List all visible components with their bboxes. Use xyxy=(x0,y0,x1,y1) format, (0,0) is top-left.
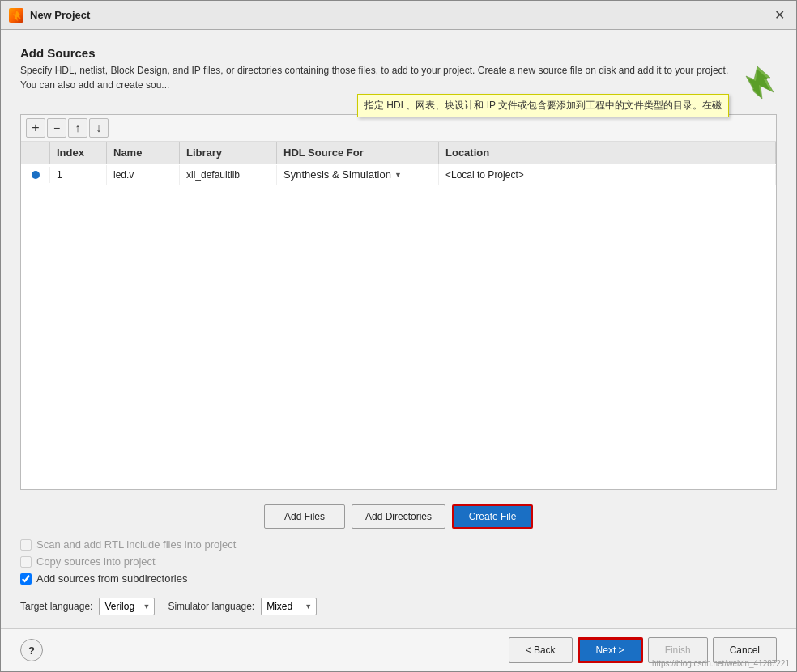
title-bar: New Project ✕ xyxy=(1,1,796,30)
main-window: New Project ✕ Add Sources Specify HDL, n… xyxy=(0,0,797,672)
remove-source-button[interactable]: − xyxy=(47,118,66,138)
col-header-location: Location xyxy=(439,142,776,164)
simulator-language-group: Simulator language: Mixed Verilog VHDL xyxy=(168,598,317,615)
target-language-select-wrapper: Verilog VHDL xyxy=(99,598,155,615)
col-header-index: Index xyxy=(50,142,107,164)
create-file-button[interactable]: Create File xyxy=(452,504,533,529)
svg-marker-0 xyxy=(12,10,21,21)
copy-sources-label: Copy sources into project xyxy=(36,555,156,568)
move-up-button[interactable]: ↑ xyxy=(68,118,87,138)
help-button[interactable]: ? xyxy=(20,639,43,661)
col-header-library: Library xyxy=(180,142,277,164)
add-subdirs-label: Add sources from subdirectories xyxy=(36,572,187,585)
watermark: https://blog.csdn.net/weixin_41287221 xyxy=(652,659,790,668)
scan-rtl-label: Scan and add RTL include files into proj… xyxy=(36,538,236,551)
back-button[interactable]: < Back xyxy=(509,637,573,663)
table-row[interactable]: 1 led.v xil_defaultlib Synthesis & Simul… xyxy=(21,164,776,185)
sources-table-container: + − ↑ ↓ Index Name Library HDL Source Fo… xyxy=(20,114,777,490)
simulator-language-select[interactable]: Mixed Verilog VHDL xyxy=(261,598,317,615)
row-location: <Local to Project> xyxy=(439,165,776,185)
col-header-status xyxy=(21,142,50,164)
target-language-select[interactable]: Verilog VHDL xyxy=(99,598,155,615)
section-title: Add Sources xyxy=(20,46,777,60)
col-header-hdl-source: HDL Source For xyxy=(277,142,439,164)
simulator-language-select-wrapper: Mixed Verilog VHDL xyxy=(261,598,317,615)
copy-sources-option[interactable]: Copy sources into project xyxy=(20,555,777,568)
scan-rtl-option[interactable]: Scan and add RTL include files into proj… xyxy=(20,538,777,551)
add-subdirs-option[interactable]: Add sources from subdirectories xyxy=(20,572,777,585)
table-toolbar: + − ↑ ↓ xyxy=(21,115,776,142)
tooltip-box: 指定 HDL、网表、块设计和 IP 文件或包含要添加到工程中的文件类型的目录。在… xyxy=(357,94,729,117)
target-language-label: Target language: xyxy=(20,601,92,612)
row-name: led.v xyxy=(107,165,180,185)
vivado-logo xyxy=(738,63,777,104)
hdl-source-value: Synthesis & Simulation xyxy=(283,168,391,181)
add-files-button[interactable]: Add Files xyxy=(264,504,345,529)
hdl-dropdown-arrow: ▼ xyxy=(394,171,402,179)
window-title: New Project xyxy=(30,9,770,21)
description-text: Specify HDL, netlist, Block Design, and … xyxy=(20,63,730,92)
move-down-button[interactable]: ↓ xyxy=(89,118,109,138)
col-header-name: Name xyxy=(107,142,180,164)
target-language-group: Target language: Verilog VHDL xyxy=(20,598,155,615)
add-directories-button[interactable]: Add Directories xyxy=(352,504,445,529)
table-body: 1 led.v xil_defaultlib Synthesis & Simul… xyxy=(21,164,776,489)
row-hdl-source[interactable]: Synthesis & Simulation ▼ xyxy=(277,164,439,185)
simulator-language-label: Simulator language: xyxy=(168,601,254,612)
row-index: 1 xyxy=(50,165,107,185)
next-button[interactable]: Next > xyxy=(578,637,643,663)
close-button[interactable]: ✕ xyxy=(770,6,788,24)
main-content: Add Sources Specify HDL, netlist, Block … xyxy=(1,30,796,628)
table-header: Index Name Library HDL Source For Locati… xyxy=(21,142,776,164)
copy-sources-checkbox[interactable] xyxy=(20,556,32,568)
action-buttons: Add Files Add Directories Create File xyxy=(20,504,777,529)
language-row: Target language: Verilog VHDL Simulator … xyxy=(20,598,777,615)
status-dot xyxy=(32,171,40,179)
add-source-button[interactable]: + xyxy=(26,118,45,138)
row-status xyxy=(21,167,50,183)
app-icon xyxy=(9,8,23,23)
add-subdirs-checkbox[interactable] xyxy=(20,573,32,585)
options-section: Scan and add RTL include files into proj… xyxy=(20,538,777,585)
scan-rtl-checkbox[interactable] xyxy=(20,539,32,551)
row-library: xil_defaultlib xyxy=(180,165,277,185)
